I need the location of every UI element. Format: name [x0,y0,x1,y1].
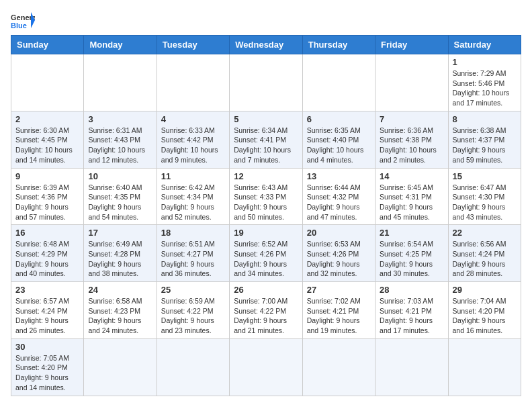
day-info: Sunrise: 6:31 AM Sunset: 4:43 PM Dayligh… [88,126,152,165]
day-number: 28 [380,285,443,295]
calendar-cell [448,338,521,396]
day-info: Sunrise: 6:43 AM Sunset: 4:33 PM Dayligh… [234,183,298,222]
day-number: 19 [234,228,298,238]
calendar-cell: 15Sunrise: 6:47 AM Sunset: 4:30 PM Dayli… [448,168,521,225]
day-info: Sunrise: 6:57 AM Sunset: 4:24 PM Dayligh… [15,296,79,336]
calendar-cell [230,54,302,111]
day-number: 13 [307,171,371,181]
day-info: Sunrise: 7:04 AM Sunset: 4:20 PM Dayligh… [453,296,517,336]
calendar-cell [375,54,448,111]
weekday-header-friday: Friday [375,36,448,54]
day-number: 6 [307,114,371,124]
day-info: Sunrise: 6:53 AM Sunset: 4:26 PM Dayligh… [307,239,371,279]
calendar-cell: 29Sunrise: 7:04 AM Sunset: 4:20 PM Dayli… [448,282,521,339]
weekday-header-saturday: Saturday [448,36,521,54]
calendar-week-row: 9Sunrise: 6:39 AM Sunset: 4:36 PM Daylig… [11,168,521,225]
calendar-cell: 20Sunrise: 6:53 AM Sunset: 4:26 PM Dayli… [302,225,375,282]
logo: General Blue [11,11,35,30]
day-info: Sunrise: 6:38 AM Sunset: 4:37 PM Dayligh… [453,126,517,165]
calendar-cell: 23Sunrise: 6:57 AM Sunset: 4:24 PM Dayli… [11,282,84,339]
calendar-cell [375,338,448,396]
calendar-cell [84,338,157,396]
calendar-cell: 17Sunrise: 6:49 AM Sunset: 4:28 PM Dayli… [84,225,157,282]
calendar-cell [302,338,375,396]
calendar-cell [157,338,229,396]
calendar-cell: 9Sunrise: 6:39 AM Sunset: 4:36 PM Daylig… [11,168,84,225]
day-info: Sunrise: 6:48 AM Sunset: 4:29 PM Dayligh… [15,239,79,279]
day-number: 20 [307,228,371,238]
day-info: Sunrise: 7:29 AM Sunset: 5:46 PM Dayligh… [453,68,517,108]
calendar-cell [84,54,157,111]
weekday-header-thursday: Thursday [302,36,375,54]
calendar-cell [302,54,375,111]
calendar-cell: 22Sunrise: 6:56 AM Sunset: 4:24 PM Dayli… [448,225,521,282]
day-info: Sunrise: 6:56 AM Sunset: 4:24 PM Dayligh… [453,239,517,279]
calendar-cell: 11Sunrise: 6:42 AM Sunset: 4:34 PM Dayli… [157,168,229,225]
day-number: 9 [15,171,79,181]
calendar-cell: 1Sunrise: 7:29 AM Sunset: 5:46 PM Daylig… [448,54,521,111]
calendar-cell: 5Sunrise: 6:34 AM Sunset: 4:41 PM Daylig… [230,111,302,168]
calendar-cell: 6Sunrise: 6:35 AM Sunset: 4:40 PM Daylig… [302,111,375,168]
day-number: 5 [234,114,298,124]
calendar-cell [11,54,84,111]
day-number: 7 [380,114,443,124]
weekday-header-wednesday: Wednesday [230,36,302,54]
day-info: Sunrise: 7:02 AM Sunset: 4:21 PM Dayligh… [307,296,371,336]
day-info: Sunrise: 7:03 AM Sunset: 4:21 PM Dayligh… [380,296,443,336]
day-info: Sunrise: 6:49 AM Sunset: 4:28 PM Dayligh… [88,239,152,279]
calendar-cell: 2Sunrise: 6:30 AM Sunset: 4:45 PM Daylig… [11,111,84,168]
day-info: Sunrise: 6:33 AM Sunset: 4:42 PM Dayligh… [161,126,225,165]
day-number: 30 [15,342,79,352]
day-number: 11 [161,171,225,181]
calendar-cell: 24Sunrise: 6:58 AM Sunset: 4:23 PM Dayli… [84,282,157,339]
calendar-cell: 10Sunrise: 6:40 AM Sunset: 4:35 PM Dayli… [84,168,157,225]
day-info: Sunrise: 6:45 AM Sunset: 4:31 PM Dayligh… [380,183,443,222]
calendar-week-row: 2Sunrise: 6:30 AM Sunset: 4:45 PM Daylig… [11,111,521,168]
day-number: 18 [161,228,225,238]
weekday-header-monday: Monday [84,36,157,54]
day-number: 1 [453,57,517,67]
day-number: 4 [161,114,225,124]
day-number: 16 [15,228,79,238]
calendar-cell: 18Sunrise: 6:51 AM Sunset: 4:27 PM Dayli… [157,225,229,282]
day-info: Sunrise: 6:51 AM Sunset: 4:27 PM Dayligh… [161,239,225,279]
day-number: 10 [88,171,152,181]
calendar-week-row: 16Sunrise: 6:48 AM Sunset: 4:29 PM Dayli… [11,225,521,282]
calendar-table: SundayMondayTuesdayWednesdayThursdayFrid… [11,35,521,396]
day-info: Sunrise: 6:44 AM Sunset: 4:32 PM Dayligh… [307,183,371,222]
day-number: 27 [307,285,371,295]
day-info: Sunrise: 6:39 AM Sunset: 4:36 PM Dayligh… [15,183,79,222]
calendar-cell: 14Sunrise: 6:45 AM Sunset: 4:31 PM Dayli… [375,168,448,225]
day-info: Sunrise: 6:35 AM Sunset: 4:40 PM Dayligh… [307,126,371,165]
weekday-header-row: SundayMondayTuesdayWednesdayThursdayFrid… [11,36,521,54]
day-number: 21 [380,228,443,238]
day-info: Sunrise: 7:00 AM Sunset: 4:22 PM Dayligh… [234,296,298,336]
svg-text:Blue: Blue [11,21,27,30]
day-info: Sunrise: 6:54 AM Sunset: 4:25 PM Dayligh… [380,239,443,279]
calendar-cell: 16Sunrise: 6:48 AM Sunset: 4:29 PM Dayli… [11,225,84,282]
calendar-cell: 27Sunrise: 7:02 AM Sunset: 4:21 PM Dayli… [302,282,375,339]
calendar-week-row: 30Sunrise: 7:05 AM Sunset: 4:20 PM Dayli… [11,338,521,396]
day-number: 3 [88,114,152,124]
calendar-cell: 25Sunrise: 6:59 AM Sunset: 4:22 PM Dayli… [157,282,229,339]
day-info: Sunrise: 6:34 AM Sunset: 4:41 PM Dayligh… [234,126,298,165]
calendar-cell: 12Sunrise: 6:43 AM Sunset: 4:33 PM Dayli… [230,168,302,225]
calendar-cell: 8Sunrise: 6:38 AM Sunset: 4:37 PM Daylig… [448,111,521,168]
day-number: 12 [234,171,298,181]
calendar-week-row: 1Sunrise: 7:29 AM Sunset: 5:46 PM Daylig… [11,54,521,111]
day-number: 26 [234,285,298,295]
day-number: 29 [453,285,517,295]
day-number: 8 [453,114,517,124]
day-info: Sunrise: 6:52 AM Sunset: 4:26 PM Dayligh… [234,239,298,279]
day-info: Sunrise: 6:42 AM Sunset: 4:34 PM Dayligh… [161,183,225,222]
day-info: Sunrise: 6:30 AM Sunset: 4:45 PM Dayligh… [15,126,79,165]
weekday-header-sunday: Sunday [11,36,84,54]
calendar-cell: 30Sunrise: 7:05 AM Sunset: 4:20 PM Dayli… [11,338,84,396]
page-header: General Blue [11,11,521,30]
calendar-cell [157,54,229,111]
weekday-header-tuesday: Tuesday [157,36,229,54]
calendar-cell: 26Sunrise: 7:00 AM Sunset: 4:22 PM Dayli… [230,282,302,339]
day-info: Sunrise: 6:58 AM Sunset: 4:23 PM Dayligh… [88,296,152,336]
calendar-cell [230,338,302,396]
day-info: Sunrise: 6:36 AM Sunset: 4:38 PM Dayligh… [380,126,443,165]
